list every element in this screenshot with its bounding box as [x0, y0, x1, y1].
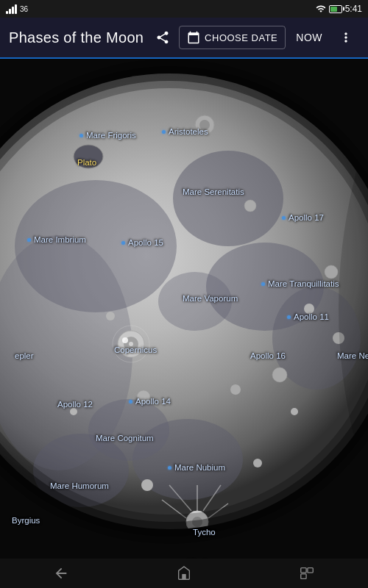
moon-label-mare-tranquillitatis[interactable]: Mare Tranquillitatis: [261, 279, 339, 288]
moon-label-mare-nubium[interactable]: Mare Nubium: [168, 463, 225, 472]
back-button[interactable]: [38, 559, 84, 587]
more-button[interactable]: [333, 24, 359, 51]
label-text: Mare Neo: [337, 351, 368, 360]
moon-view: Mare FrigorisAristotelesPlatoMare Sereni…: [0, 59, 368, 559]
location-dot: [261, 282, 265, 286]
moon-label-mare-nec[interactable]: Mare Neo: [337, 351, 368, 360]
more-icon: [339, 30, 353, 45]
moon-label-mare-frigoris[interactable]: Mare Frigoris: [79, 131, 136, 140]
recents-button[interactable]: [284, 559, 330, 587]
now-label: NOW: [296, 32, 322, 43]
moon-label-copernicus[interactable]: Copernicus: [114, 345, 157, 354]
signal-icon: [6, 4, 17, 14]
calendar-icon: [187, 31, 200, 44]
moon-label-apollo-15[interactable]: Apollo 15: [121, 238, 163, 247]
label-text: Tycho: [193, 528, 216, 537]
home-button[interactable]: [161, 559, 207, 587]
moon-label-apollo-12[interactable]: Apollo 12: [57, 400, 93, 409]
status-bar: 36 5:41: [0, 0, 368, 18]
location-dot: [129, 400, 132, 404]
toolbar: Phases of the Moon CHOOSE DATE NOW: [0, 18, 368, 59]
label-text: Apollo 16: [250, 351, 286, 360]
moon-label-kepler[interactable]: epler: [15, 351, 34, 360]
location-dot: [168, 466, 171, 470]
label-text: Apollo 15: [128, 238, 163, 247]
toolbar-actions: CHOOSE DATE NOW: [149, 24, 359, 51]
location-dot: [27, 238, 31, 242]
moon-label-apollo-11[interactable]: Apollo 11: [287, 312, 329, 321]
moon-label-apollo-17[interactable]: Apollo 17: [282, 213, 324, 222]
label-text: Mare Serenitatis: [183, 187, 244, 196]
choose-date-label: CHOOSE DATE: [205, 32, 277, 43]
moon-label-mare-cognitum[interactable]: Mare Cognitum: [96, 434, 154, 442]
label-text: Plato: [77, 158, 96, 167]
label-text: Apollo 11: [294, 312, 329, 321]
svg-rect-47: [300, 574, 305, 578]
now-button[interactable]: NOW: [289, 26, 330, 49]
svg-rect-46: [308, 568, 313, 573]
label-text: Apollo 17: [289, 213, 324, 222]
label-text: Mare Vaporum: [183, 294, 238, 303]
label-text: Mare Tranquillitatis: [268, 279, 339, 288]
moon-label-tycho[interactable]: Tycho: [193, 528, 216, 537]
label-text: Apollo 12: [57, 400, 93, 409]
moon-label-plato[interactable]: Plato: [77, 158, 96, 167]
moon-label-mare-humorum[interactable]: Mare Humorum: [50, 481, 109, 490]
svg-rect-44: [182, 574, 186, 579]
label-text: Copernicus: [114, 345, 157, 354]
network-type: 36: [20, 5, 28, 13]
label-text: Mare Cognitum: [96, 434, 154, 442]
wifi-icon: [316, 4, 326, 14]
moon-label-mare-serenitatis[interactable]: Mare Serenitatis: [183, 187, 244, 196]
back-icon: [53, 565, 69, 581]
location-dot: [287, 315, 291, 319]
moon-label-byrgius[interactable]: Byrgius: [12, 516, 40, 525]
label-text: Mare Humorum: [50, 481, 109, 490]
choose-date-button[interactable]: CHOOSE DATE: [179, 26, 286, 49]
moon-label-apollo-16[interactable]: Apollo 16: [250, 351, 286, 360]
home-icon: [176, 565, 192, 581]
moon-labels: Mare FrigorisAristotelesPlatoMare Sereni…: [0, 59, 368, 559]
moon-label-mare-imbrium[interactable]: Mare Imbrium: [27, 235, 86, 244]
recents-icon: [299, 565, 315, 581]
location-dot: [121, 241, 125, 245]
label-text: epler: [15, 351, 34, 360]
label-text: Aristoteles: [169, 127, 208, 136]
label-text: Apollo 14: [135, 397, 171, 406]
label-text: Mare Frigoris: [86, 131, 136, 140]
share-button[interactable]: [149, 24, 176, 51]
app-title: Phases of the Moon: [9, 29, 149, 46]
location-dot: [162, 130, 166, 134]
svg-rect-45: [300, 568, 305, 573]
nav-bar: [0, 559, 368, 588]
location-dot: [282, 216, 286, 220]
location-dot: [79, 134, 83, 137]
share-icon: [155, 30, 170, 45]
moon-label-apollo-14[interactable]: Apollo 14: [129, 397, 171, 406]
battery-icon: [329, 5, 342, 13]
moon-label-aristoteles[interactable]: Aristoteles: [162, 127, 208, 136]
moon-label-mare-vaporum[interactable]: Mare Vaporum: [183, 294, 238, 303]
label-text: Mare Nubium: [174, 463, 225, 472]
label-text: Byrgius: [12, 516, 40, 525]
time-display: 5:41: [345, 4, 362, 14]
label-text: Mare Imbrium: [34, 235, 86, 244]
